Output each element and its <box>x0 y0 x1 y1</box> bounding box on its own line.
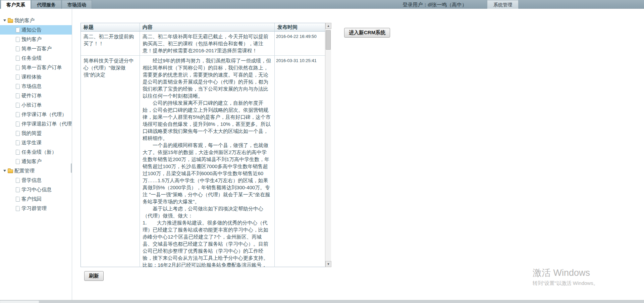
sidebar-item-notify-customers[interactable]: 通知客户 <box>0 157 72 166</box>
file-icon <box>16 37 20 42</box>
table-vertical-scrollbar[interactable]: ▲ ▼ <box>325 23 331 267</box>
top-navigation-bar: 客户关系 代理服务 市场活动 登录用户：dl张一鸣（高中） 系统管理 <box>0 0 644 9</box>
sidebar-item-companion-course-refund-orders[interactable]: 伴学课退款订单（代理） <box>0 119 72 129</box>
file-icon <box>16 140 20 145</box>
sidebar-item-hardware-orders[interactable]: 硬件订单 <box>0 91 72 100</box>
sidebar-item-companion-course-orders[interactable]: 伴学课订单（代理） <box>0 110 72 119</box>
crm-app-window: 客户关系 代理服务 市场活动 登录用户：dl张一鸣（高中） 系统管理 我的客户 … <box>0 0 644 303</box>
folder-icon <box>8 19 13 23</box>
horizontal-scrollbar-thumb[interactable] <box>0 301 39 303</box>
sidebar-item-notice-bulletin[interactable]: 通知公告 <box>0 25 72 35</box>
scroll-up-arrow-icon[interactable]: ▲ <box>325 23 331 29</box>
cell-title: 简单科技关于促进分中心（代理）"做深做强"的决定 <box>81 56 140 267</box>
file-icon <box>16 112 20 117</box>
cell-content: 经过9年的拼搏与努力，我们虽然取得了一些成绩，但相比简单科技（下简称公司）的目标… <box>140 56 275 267</box>
sidebar-item-learning-center-info[interactable]: 学习中心信息 <box>0 185 72 194</box>
sidebar-item-reserved-customers[interactable]: 预约客户 <box>0 35 72 44</box>
sidebar-item-my-alliance[interactable]: 我的简盟 <box>0 129 72 138</box>
file-icon <box>16 187 20 192</box>
tree-group-my-customers[interactable]: 我的客户 <box>0 16 72 25</box>
file-icon <box>16 103 20 108</box>
table-body: 高二、初二开放提前购买了！！ 高二、初二年级补两年巨无霸已截止，今天开始可以提前… <box>81 32 331 267</box>
tab-agent-services[interactable]: 代理服务 <box>31 0 61 9</box>
file-icon <box>16 46 20 51</box>
file-icon <box>16 74 20 80</box>
tab-system-management[interactable]: 系统管理 <box>487 0 519 9</box>
sidebar-item-task-performance-new[interactable]: 任务业绩（新） <box>0 147 72 157</box>
scrollbar-thumb[interactable] <box>326 30 331 50</box>
sidebar-item-task-performance[interactable]: 任务业绩 <box>0 53 72 63</box>
sidebar-item-course-experience[interactable]: 课程体验 <box>0 72 72 82</box>
sidebar-item-learning-group-management[interactable]: 学习群管理 <box>0 204 72 213</box>
file-icon <box>16 150 20 155</box>
chevron-down-icon <box>3 19 6 21</box>
enter-new-crm-button[interactable]: 进入新CRM系统 <box>344 28 390 38</box>
tab-customer-relations[interactable]: 客户关系 <box>1 0 31 9</box>
cell-content: 高二、初二年级补两年巨无霸已截止，今天开始可以提前购买高三、初三的课程（包括单科… <box>140 32 275 55</box>
file-icon <box>16 28 20 33</box>
column-header-title[interactable]: 标题 <box>81 23 140 31</box>
tab-market-activities[interactable]: 市场活动 <box>62 0 92 9</box>
sidebar-item-customer-recovery[interactable]: 客户找回 <box>0 194 72 204</box>
file-icon <box>16 131 20 136</box>
watermark-subtitle: 转到"设置"以激活 Windows。 <box>533 280 598 287</box>
file-icon <box>16 65 20 70</box>
refresh-button[interactable]: 刷新 <box>84 271 104 281</box>
file-icon <box>16 159 20 164</box>
tree-group-config-management[interactable]: 配置管理 <box>0 166 72 175</box>
announcements-table: 标题 内容 发布时间 高二、初二开放提前购买了！！ 高二、初二年级补两年巨无霸已… <box>80 23 331 267</box>
file-icon <box>16 178 20 183</box>
cell-title: 高二、初二开放提前购买了！！ <box>81 32 140 55</box>
cell-publish-time: 2016-03-31 10:25:41 <box>275 56 325 267</box>
windows-activation-watermark: 激活 Windows 转到"设置"以激活 Windows。 <box>533 267 598 287</box>
sidebar-item-small-class-orders[interactable]: 小班订单 <box>0 100 72 110</box>
cell-publish-time: 2016-04-22 16:49:50 <box>275 32 325 55</box>
table-header-row: 标题 内容 发布时间 <box>81 23 331 32</box>
file-icon <box>16 121 20 127</box>
table-row[interactable]: 简单科技关于促进分中心（代理）"做深做强"的决定 经过9年的拼搏与努力，我们虽然… <box>81 56 331 267</box>
logged-in-user-label: 登录用户：dl张一鸣（高中） <box>402 2 467 8</box>
sidebar-tree: 我的客户 通知公告 预约客户 简单一百客户 任务业绩 简单一百客户订单 <box>0 9 72 303</box>
folder-icon <box>8 169 13 173</box>
file-icon <box>16 197 20 202</box>
watermark-title: 激活 Windows <box>533 267 598 279</box>
sidebar-scrollbar-thumb[interactable] <box>71 163 72 173</box>
file-icon <box>16 84 20 89</box>
sidebar-item-jiandan100-orders[interactable]: 简单一百客户订单 <box>0 63 72 72</box>
table-row[interactable]: 高二、初二开放提前购买了！！ 高二、初二年级补两年巨无霸已截止，今天开始可以提前… <box>81 32 331 56</box>
main-tabs: 客户关系 代理服务 市场活动 <box>1 0 92 9</box>
tree-group-label: 配置管理 <box>14 168 35 174</box>
sidebar-item-jiandan100-customers[interactable]: 简单一百客户 <box>0 44 72 53</box>
column-header-publish-time[interactable]: 发布时间 <box>275 23 325 31</box>
horizontal-scrollbar[interactable] <box>0 300 644 303</box>
file-icon <box>16 56 20 61</box>
sidebar-item-send-student-course[interactable]: 送学生课 <box>0 138 72 147</box>
file-icon <box>16 93 20 98</box>
sidebar-item-market-info[interactable]: 市场信息 <box>0 82 72 91</box>
sidebar-item-supervision-info[interactable]: 督学信息 <box>0 175 72 185</box>
scroll-down-arrow-icon[interactable]: ▼ <box>325 261 331 267</box>
file-icon <box>16 206 20 211</box>
tree: 我的客户 通知公告 预约客户 简单一百客户 任务业绩 简单一百客户订单 <box>0 16 72 213</box>
column-header-content[interactable]: 内容 <box>140 23 275 31</box>
tree-group-label: 我的客户 <box>14 17 35 24</box>
chevron-down-icon <box>3 170 6 172</box>
